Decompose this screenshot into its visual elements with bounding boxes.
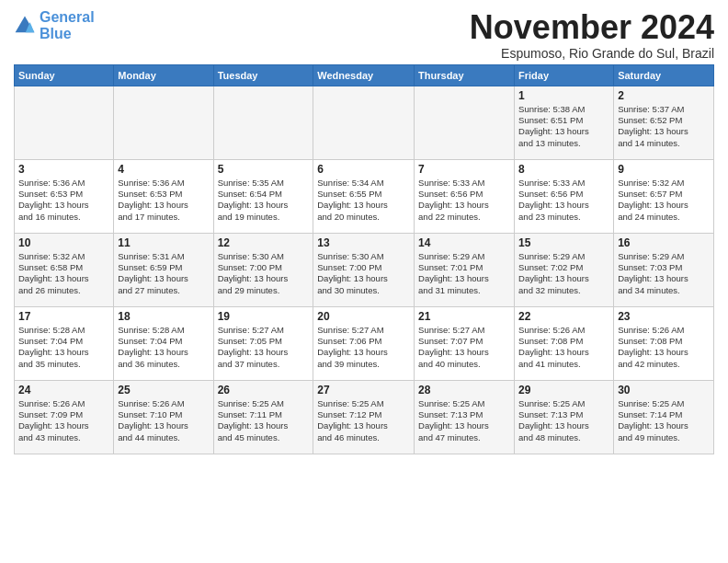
day-number: 25 bbox=[118, 384, 209, 396]
day-number: 4 bbox=[118, 163, 209, 176]
day-number: 30 bbox=[618, 384, 710, 396]
day-info: Sunrise: 5:32 AM Sunset: 6:57 PM Dayligh… bbox=[618, 178, 710, 223]
logo-icon bbox=[14, 15, 36, 37]
day-info: Sunrise: 5:29 AM Sunset: 7:01 PM Dayligh… bbox=[418, 251, 510, 296]
calendar-cell: 29Sunrise: 5:25 AM Sunset: 7:13 PM Dayli… bbox=[515, 380, 614, 454]
calendar-cell: 17Sunrise: 5:28 AM Sunset: 7:04 PM Dayli… bbox=[15, 306, 114, 380]
calendar-cell: 22Sunrise: 5:26 AM Sunset: 7:08 PM Dayli… bbox=[515, 306, 614, 380]
day-number: 8 bbox=[518, 163, 609, 176]
day-number: 18 bbox=[118, 310, 209, 323]
header: General Blue November 2024 Espumoso, Rio… bbox=[14, 9, 714, 61]
day-info: Sunrise: 5:29 AM Sunset: 7:02 PM Dayligh… bbox=[518, 251, 609, 296]
calendar-cell: 9Sunrise: 5:32 AM Sunset: 6:57 PM Daylig… bbox=[614, 159, 714, 233]
day-info: Sunrise: 5:29 AM Sunset: 7:03 PM Dayligh… bbox=[618, 251, 710, 296]
header-row: Sunday Monday Tuesday Wednesday Thursday… bbox=[15, 64, 714, 86]
day-number: 12 bbox=[218, 236, 310, 249]
calendar-cell bbox=[15, 86, 114, 159]
day-info: Sunrise: 5:32 AM Sunset: 6:58 PM Dayligh… bbox=[18, 251, 109, 296]
calendar-cell: 30Sunrise: 5:25 AM Sunset: 7:14 PM Dayli… bbox=[614, 380, 714, 454]
day-number: 11 bbox=[118, 236, 209, 249]
day-info: Sunrise: 5:28 AM Sunset: 7:04 PM Dayligh… bbox=[18, 325, 109, 370]
logo-line2: Blue bbox=[40, 26, 72, 41]
col-wednesday: Wednesday bbox=[313, 64, 415, 86]
day-number: 21 bbox=[418, 310, 510, 323]
calendar-week-2: 10Sunrise: 5:32 AM Sunset: 6:58 PM Dayli… bbox=[15, 233, 714, 306]
day-info: Sunrise: 5:33 AM Sunset: 6:56 PM Dayligh… bbox=[418, 178, 510, 223]
col-tuesday: Tuesday bbox=[213, 64, 313, 86]
calendar-cell: 8Sunrise: 5:33 AM Sunset: 6:56 PM Daylig… bbox=[515, 159, 614, 233]
calendar-header: Sunday Monday Tuesday Wednesday Thursday… bbox=[15, 64, 714, 86]
day-number: 10 bbox=[18, 236, 109, 249]
calendar-week-1: 3Sunrise: 5:36 AM Sunset: 6:53 PM Daylig… bbox=[15, 159, 714, 233]
day-number: 2 bbox=[618, 89, 710, 102]
logo-text: General Blue bbox=[40, 9, 95, 41]
day-number: 19 bbox=[218, 310, 310, 323]
calendar-cell: 6Sunrise: 5:34 AM Sunset: 6:55 PM Daylig… bbox=[313, 159, 415, 233]
day-number: 5 bbox=[218, 163, 310, 176]
calendar-cell: 21Sunrise: 5:27 AM Sunset: 7:07 PM Dayli… bbox=[415, 306, 515, 380]
day-info: Sunrise: 5:25 AM Sunset: 7:13 PM Dayligh… bbox=[418, 398, 510, 443]
day-number: 29 bbox=[518, 384, 609, 396]
day-number: 15 bbox=[518, 236, 609, 249]
day-info: Sunrise: 5:25 AM Sunset: 7:11 PM Dayligh… bbox=[218, 398, 310, 443]
day-info: Sunrise: 5:27 AM Sunset: 7:05 PM Dayligh… bbox=[218, 325, 310, 370]
calendar-week-0: 1Sunrise: 5:38 AM Sunset: 6:51 PM Daylig… bbox=[15, 86, 714, 159]
day-number: 24 bbox=[18, 384, 109, 396]
col-saturday: Saturday bbox=[614, 64, 714, 86]
calendar-cell: 25Sunrise: 5:26 AM Sunset: 7:10 PM Dayli… bbox=[114, 380, 213, 454]
month-title: November 2024 bbox=[470, 9, 714, 46]
day-info: Sunrise: 5:36 AM Sunset: 6:53 PM Dayligh… bbox=[18, 178, 109, 223]
calendar-cell: 11Sunrise: 5:31 AM Sunset: 6:59 PM Dayli… bbox=[114, 233, 213, 306]
calendar-cell bbox=[415, 86, 515, 159]
day-info: Sunrise: 5:31 AM Sunset: 6:59 PM Dayligh… bbox=[118, 251, 209, 296]
day-number: 16 bbox=[618, 236, 710, 249]
logo: General Blue bbox=[14, 9, 95, 41]
col-sunday: Sunday bbox=[15, 64, 114, 86]
calendar-cell: 12Sunrise: 5:30 AM Sunset: 7:00 PM Dayli… bbox=[213, 233, 313, 306]
day-number: 22 bbox=[518, 310, 609, 323]
day-info: Sunrise: 5:25 AM Sunset: 7:13 PM Dayligh… bbox=[518, 398, 609, 443]
day-info: Sunrise: 5:26 AM Sunset: 7:10 PM Dayligh… bbox=[118, 398, 209, 443]
calendar-cell: 27Sunrise: 5:25 AM Sunset: 7:12 PM Dayli… bbox=[313, 380, 415, 454]
calendar-cell: 4Sunrise: 5:36 AM Sunset: 6:53 PM Daylig… bbox=[114, 159, 213, 233]
calendar-cell: 23Sunrise: 5:26 AM Sunset: 7:08 PM Dayli… bbox=[614, 306, 714, 380]
day-info: Sunrise: 5:26 AM Sunset: 7:08 PM Dayligh… bbox=[618, 325, 710, 370]
calendar-cell: 14Sunrise: 5:29 AM Sunset: 7:01 PM Dayli… bbox=[415, 233, 515, 306]
col-friday: Friday bbox=[515, 64, 614, 86]
day-number: 1 bbox=[518, 89, 609, 102]
day-number: 27 bbox=[317, 384, 410, 396]
calendar-table: Sunday Monday Tuesday Wednesday Thursday… bbox=[14, 64, 714, 454]
calendar-cell bbox=[313, 86, 415, 159]
day-number: 9 bbox=[618, 163, 710, 176]
calendar-cell: 24Sunrise: 5:26 AM Sunset: 7:09 PM Dayli… bbox=[15, 380, 114, 454]
col-thursday: Thursday bbox=[415, 64, 515, 86]
day-info: Sunrise: 5:27 AM Sunset: 7:06 PM Dayligh… bbox=[317, 325, 410, 370]
calendar-week-3: 17Sunrise: 5:28 AM Sunset: 7:04 PM Dayli… bbox=[15, 306, 714, 380]
calendar-cell bbox=[213, 86, 313, 159]
subtitle: Espumoso, Rio Grande do Sul, Brazil bbox=[470, 46, 714, 61]
day-info: Sunrise: 5:26 AM Sunset: 7:08 PM Dayligh… bbox=[518, 325, 609, 370]
logo-line1: General bbox=[40, 9, 95, 25]
day-info: Sunrise: 5:26 AM Sunset: 7:09 PM Dayligh… bbox=[18, 398, 109, 443]
calendar-cell: 20Sunrise: 5:27 AM Sunset: 7:06 PM Dayli… bbox=[313, 306, 415, 380]
day-info: Sunrise: 5:30 AM Sunset: 7:00 PM Dayligh… bbox=[317, 251, 410, 296]
day-info: Sunrise: 5:37 AM Sunset: 6:52 PM Dayligh… bbox=[618, 104, 710, 149]
calendar-cell: 19Sunrise: 5:27 AM Sunset: 7:05 PM Dayli… bbox=[213, 306, 313, 380]
day-number: 6 bbox=[317, 163, 410, 176]
day-number: 23 bbox=[618, 310, 710, 323]
day-info: Sunrise: 5:34 AM Sunset: 6:55 PM Dayligh… bbox=[317, 178, 410, 223]
calendar-cell: 18Sunrise: 5:28 AM Sunset: 7:04 PM Dayli… bbox=[114, 306, 213, 380]
col-monday: Monday bbox=[114, 64, 213, 86]
day-info: Sunrise: 5:28 AM Sunset: 7:04 PM Dayligh… bbox=[118, 325, 209, 370]
calendar-cell: 26Sunrise: 5:25 AM Sunset: 7:11 PM Dayli… bbox=[213, 380, 313, 454]
day-number: 3 bbox=[18, 163, 109, 176]
calendar-cell: 13Sunrise: 5:30 AM Sunset: 7:00 PM Dayli… bbox=[313, 233, 415, 306]
day-info: Sunrise: 5:25 AM Sunset: 7:14 PM Dayligh… bbox=[618, 398, 710, 443]
day-number: 17 bbox=[18, 310, 109, 323]
calendar-week-4: 24Sunrise: 5:26 AM Sunset: 7:09 PM Dayli… bbox=[15, 380, 714, 454]
calendar-cell: 10Sunrise: 5:32 AM Sunset: 6:58 PM Dayli… bbox=[15, 233, 114, 306]
day-info: Sunrise: 5:38 AM Sunset: 6:51 PM Dayligh… bbox=[518, 104, 609, 149]
calendar-cell: 5Sunrise: 5:35 AM Sunset: 6:54 PM Daylig… bbox=[213, 159, 313, 233]
day-number: 28 bbox=[418, 384, 510, 396]
calendar-body: 1Sunrise: 5:38 AM Sunset: 6:51 PM Daylig… bbox=[15, 86, 714, 454]
